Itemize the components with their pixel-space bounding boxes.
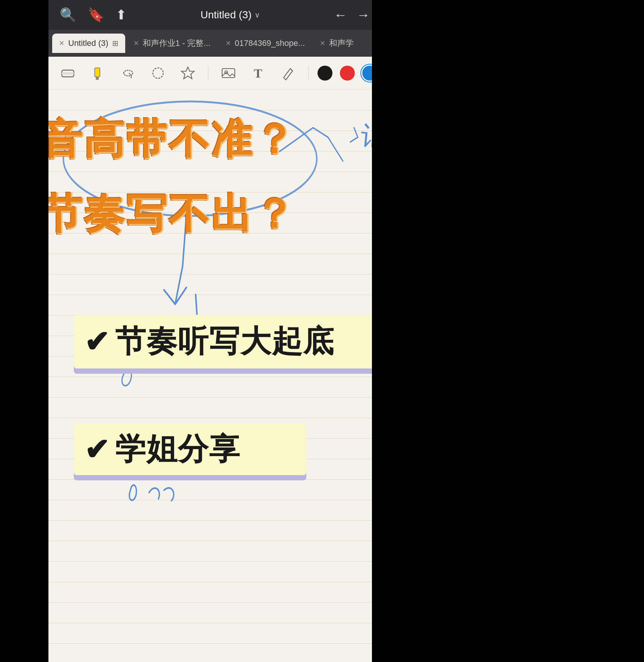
paper-line	[48, 418, 409, 418]
image-button[interactable]	[217, 62, 240, 84]
color-black-button[interactable]	[318, 66, 332, 81]
selection-button[interactable]	[147, 62, 169, 84]
text-button[interactable]: T	[247, 62, 269, 84]
top-bar: 🔍 🔖 ⬆ Untitled (3) ∨ ← → +	[48, 0, 409, 30]
checkbox-icon-2: ✔	[84, 432, 109, 467]
paper-line	[48, 254, 409, 254]
svg-rect-3	[96, 77, 99, 80]
paper-line	[48, 110, 409, 110]
paper-line	[48, 520, 409, 521]
chevron-down-icon: ∨	[255, 10, 260, 19]
tab-label: 和声学	[329, 38, 354, 49]
svg-rect-1	[62, 72, 74, 75]
tab-bar: ✕ Untitled (3) ⊞ ✕ 和声作业1 - 完整... ✕ 01784…	[48, 30, 409, 57]
banner-text-1: 节奏听写大起底	[115, 321, 334, 362]
paper-line	[48, 172, 409, 172]
top-bar-left: 🔍 🔖 ⬆	[60, 7, 127, 23]
banner-card-2: ✔ 学姐分享	[74, 424, 306, 475]
svg-rect-2	[95, 68, 100, 77]
star-button[interactable]	[177, 62, 199, 84]
app-title: Untitled (3) ∨	[201, 9, 260, 21]
top-bar-center: Untitled (3) ∨	[201, 9, 260, 21]
tab-untitled-3[interactable]: ✕ Untitled (3) ⊞	[52, 34, 125, 53]
tab-shopee[interactable]: ✕ 01784369_shope...	[219, 34, 312, 53]
eraser-button[interactable]	[57, 62, 80, 84]
paper-line	[48, 541, 409, 541]
paper-line	[48, 582, 409, 582]
tab-label: Untitled (3)	[68, 38, 108, 48]
tab-close-icon[interactable]: ✕	[59, 39, 64, 47]
forward-button[interactable]: →	[357, 7, 370, 23]
lined-paper	[48, 90, 409, 662]
paper-line	[48, 561, 409, 562]
paper-line	[48, 397, 409, 398]
back-button[interactable]: ←	[334, 7, 347, 23]
tab-close-icon[interactable]: ✕	[133, 39, 139, 47]
paper-line	[48, 377, 409, 377]
draw-toolbar: T	[48, 57, 409, 90]
paper-line	[48, 274, 409, 274]
paper-line	[48, 295, 409, 295]
tab-close-icon[interactable]: ✕	[225, 39, 231, 47]
app-container: 🔍 🔖 ⬆ Untitled (3) ∨ ← → + ✕ Untitled (3…	[48, 0, 409, 662]
svg-point-4	[153, 68, 163, 78]
color-red-button[interactable]	[340, 66, 355, 81]
toolbar-separator	[208, 66, 208, 81]
tab-label: 01784369_shope...	[235, 38, 305, 48]
paper-line	[48, 602, 409, 603]
svg-rect-6	[222, 69, 235, 78]
banner-text-2: 学姐分享	[115, 429, 240, 470]
lasso-button[interactable]	[117, 62, 139, 84]
svg-line-9	[290, 69, 293, 71]
paper-line	[48, 500, 409, 500]
left-black-bar	[0, 0, 48, 662]
pen-button[interactable]	[277, 62, 299, 84]
tab-harmony-hw[interactable]: ✕ 和声作业1 - 完整...	[127, 34, 217, 53]
tab-close-icon[interactable]: ✕	[320, 39, 325, 47]
banner-card-1: ✔ 节奏听写大起底	[74, 315, 381, 368]
tab-layout-icon: ⊞	[112, 39, 119, 48]
tab-label: 和声作业1 - 完整...	[143, 38, 211, 49]
svg-text:T: T	[254, 66, 262, 80]
checkbox-icon-1: ✔	[84, 324, 109, 359]
bookmark-button[interactable]: 🔖	[88, 7, 104, 23]
svg-marker-5	[181, 67, 194, 79]
tab-harmony[interactable]: ✕ 和声学	[313, 34, 360, 53]
heading-1: 音高带不准？	[48, 112, 296, 167]
highlighter-button[interactable]	[87, 62, 110, 84]
heading-2: 节奏写不出？	[48, 186, 296, 242]
canvas-area[interactable]: 记. 音高带不准？ 节奏写不出？ ✔ 节奏听写大起底 ✔ 学姐分享	[48, 90, 409, 662]
app-title-text: Untitled (3)	[201, 9, 252, 21]
share-button[interactable]: ⬆	[116, 7, 127, 23]
paper-line	[48, 643, 409, 644]
right-black-bar	[372, 0, 644, 662]
paper-line	[48, 623, 409, 623]
search-button[interactable]: 🔍	[60, 7, 76, 23]
toolbar-separator-2	[308, 66, 309, 81]
